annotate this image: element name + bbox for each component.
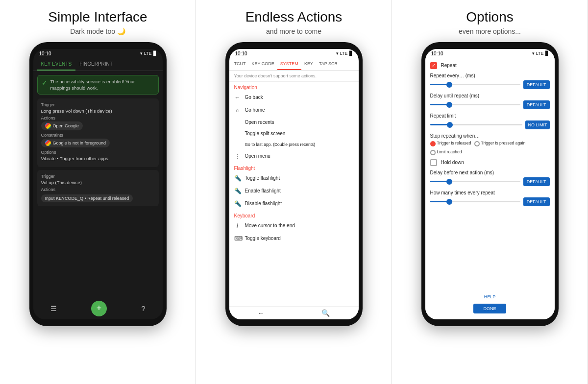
- delay-repeat-track[interactable]: [430, 104, 520, 105]
- repeat-limit-thumb[interactable]: [447, 122, 453, 128]
- menu-icon[interactable]: ☰: [50, 305, 57, 312]
- repeat-limit-row: Repeat limit NO LIMIT: [430, 113, 550, 129]
- status-icons-3: ▾ LTE ▊: [532, 51, 549, 56]
- delay-next-control: DEFAULT: [430, 177, 550, 186]
- repeat-every-thumb[interactable]: [446, 82, 452, 88]
- open-recents-label: Open recents: [245, 120, 274, 125]
- tab-tcut[interactable]: TCUT: [231, 58, 249, 70]
- panel-options: Options even more options... 10:10 ▾ LTE…: [392, 0, 588, 384]
- move-cursor-item[interactable]: I Move cursor to the end: [229, 219, 359, 232]
- tab-keycode[interactable]: KEY CODE: [249, 58, 277, 70]
- open-recents-item[interactable]: Open recents: [229, 117, 359, 128]
- keyboard-icon: ⌨: [234, 235, 241, 242]
- radio-released-circle[interactable]: [430, 141, 436, 146]
- go-back-item[interactable]: ← Go back: [229, 91, 359, 104]
- tabs-row-2: TCUT KEY CODE SYSTEM KEY TAP SCR: [229, 58, 359, 71]
- status-icons-2: ▾ LTE ▊: [336, 51, 353, 56]
- radio-limit-reached[interactable]: Limit reached: [430, 149, 462, 155]
- toggle-keyboard-item[interactable]: ⌨ Toggle keyboard: [229, 232, 359, 245]
- tab-key[interactable]: KEY: [301, 58, 316, 70]
- help-btn[interactable]: HELP: [430, 292, 550, 301]
- wifi-icon-2: ▾: [336, 51, 339, 56]
- foreground-label: Google is not in foreground: [53, 141, 106, 145]
- repeat-every-default-btn[interactable]: DEFAULT: [523, 80, 550, 89]
- help-icon[interactable]: ?: [141, 305, 145, 312]
- open-menu-item[interactable]: ⋮ Open menu: [229, 150, 359, 163]
- delay-repeat-thumb[interactable]: [446, 102, 452, 108]
- go-back-label: Go back: [245, 95, 263, 100]
- disable-flashlight-item[interactable]: 🔦 Disable flashlight: [229, 197, 359, 210]
- repeat-checkbox[interactable]: ✓: [430, 62, 437, 69]
- hold-down-checkbox[interactable]: [430, 159, 437, 166]
- add-fab[interactable]: +: [91, 301, 107, 316]
- no-limit-btn[interactable]: NO LIMIT: [525, 120, 549, 129]
- repeat-row: ✓ Repeat: [430, 62, 550, 69]
- status-icons-1: ▾ LTE ▊: [140, 51, 157, 56]
- tab-fingerprint[interactable]: FINGERPRINT: [75, 58, 117, 71]
- how-many-default-btn[interactable]: DEFAULT: [523, 197, 550, 206]
- radio-released[interactable]: Trigger is released: [430, 141, 471, 146]
- flashlight-icon-3: 🔦: [234, 200, 241, 207]
- hold-down-row: Hold down: [430, 159, 550, 166]
- enable-flashlight-item[interactable]: 🔦 Enable flashlight: [229, 185, 359, 197]
- repeat-every-fill: [430, 84, 448, 85]
- status-bar-3: 10:10 ▾ LTE ▊: [425, 49, 555, 58]
- back-arrow-icon: ←: [234, 94, 241, 101]
- phone1-screen: 10:10 ▾ LTE ▊ KEY EVENTS FINGERPRINT ✓ T…: [33, 49, 163, 319]
- tab-system[interactable]: SYSTEM: [277, 58, 301, 70]
- card1-trigger-value: Long press Vol down (This device): [41, 108, 155, 114]
- delay-next-track[interactable]: [430, 181, 520, 182]
- tab-key-events[interactable]: KEY EVENTS: [37, 58, 76, 71]
- actions-content: Your device doesn't support some actions…: [229, 71, 359, 306]
- panel3-subtitle: even more options...: [459, 27, 521, 35]
- repeat-limit-track[interactable]: [430, 124, 523, 125]
- back-nav-icon[interactable]: ←: [258, 309, 265, 317]
- search-icon[interactable]: 🔍: [321, 309, 330, 317]
- how-many-control: DEFAULT: [430, 197, 550, 206]
- how-many-thumb[interactable]: [446, 199, 452, 205]
- last-app-item[interactable]: Go to last app. (Double press recents): [229, 139, 359, 150]
- toggle-split-item[interactable]: Toggle split screen: [229, 128, 359, 139]
- options-screen: 10:10 ▾ LTE ▊ ✓ Repeat Repeat e: [425, 49, 555, 319]
- go-home-label: Go home: [245, 107, 265, 113]
- repeat-every-label: Repeat every… (ms): [430, 73, 550, 78]
- go-home-item[interactable]: ⌂ Go home: [229, 104, 359, 117]
- lte-text-2: LTE: [340, 51, 348, 56]
- open-menu-label: Open menu: [245, 153, 270, 159]
- radio-released-label: Trigger is released: [437, 141, 471, 146]
- radio-pressed-circle[interactable]: [474, 141, 480, 146]
- mapping-card-2: Trigger Vol up (This device) Actions Inp…: [37, 170, 159, 206]
- keyboard-section-header: Keyboard: [229, 210, 359, 219]
- disable-flashlight-label: Disable flashlight: [245, 201, 282, 206]
- delay-next-thumb[interactable]: [446, 179, 452, 185]
- repeat-every-track[interactable]: [430, 84, 520, 85]
- panel1-title: Simple Interface: [48, 9, 147, 25]
- mapping-card-1: Trigger Long press Vol down (This device…: [37, 98, 159, 167]
- battery-icon-2: ▊: [349, 51, 353, 56]
- options-bottom-buttons: HELP DONE: [430, 290, 550, 315]
- card1-constraints-label: Constraints: [41, 133, 155, 138]
- card1-options-label: Options: [41, 150, 155, 155]
- time-2: 10:10: [235, 51, 247, 56]
- battery-icon-3: ▊: [545, 51, 549, 56]
- delay-repeat-default-btn[interactable]: DEFAULT: [523, 100, 550, 109]
- hold-down-label: Hold down: [441, 160, 550, 165]
- radio-pressed-again[interactable]: Trigger is pressed again: [474, 141, 526, 146]
- phone-1: 10:10 ▾ LTE ▊ KEY EVENTS FINGERPRINT ✓ T…: [29, 42, 167, 326]
- google-foreground-chip[interactable]: Google is not in foreground: [41, 139, 110, 147]
- radio-limit-circle[interactable]: [430, 150, 436, 155]
- card1-trigger-label: Trigger: [41, 102, 155, 107]
- toggle-flashlight-item[interactable]: 🔦 Toggle flashlight: [229, 172, 359, 185]
- stop-repeat-label: Stop repeating when…: [430, 133, 550, 139]
- delay-repeat-label: Delay until repeat (ms): [430, 93, 550, 98]
- how-many-track[interactable]: [430, 201, 520, 202]
- signal-text: LTE: [144, 51, 152, 56]
- tab-tapscr[interactable]: TAP SCR: [316, 58, 341, 70]
- delay-next-default-btn[interactable]: DEFAULT: [523, 177, 550, 186]
- toggle-keyboard-label: Toggle keyboard: [245, 236, 281, 241]
- repeat-every-row: Repeat every… (ms) DEFAULT: [430, 73, 550, 89]
- keycode-chip[interactable]: Input KEYCODE_Q • Repeat until released: [41, 194, 133, 202]
- open-google-chip[interactable]: Open Google: [41, 121, 83, 130]
- done-btn[interactable]: DONE: [473, 304, 506, 313]
- delay-next-label: Delay before next action (ms): [430, 170, 550, 175]
